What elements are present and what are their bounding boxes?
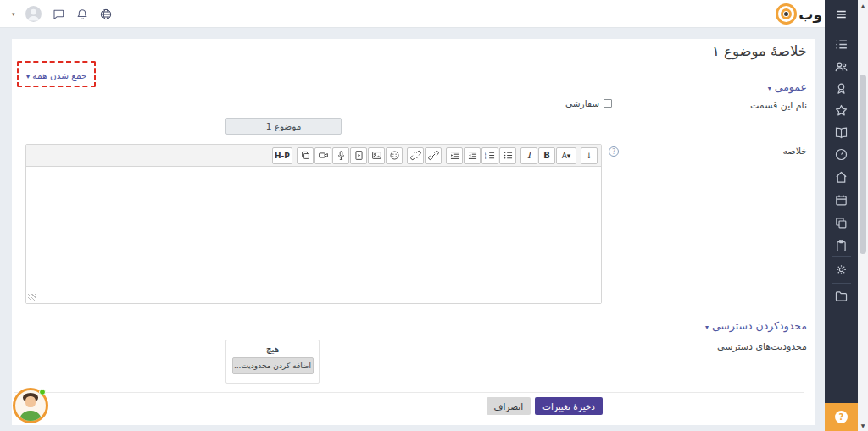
logo-text: وب xyxy=(798,6,822,23)
section-name-label: نام این قسمت xyxy=(750,100,807,111)
caret-down-icon: ▾ xyxy=(768,85,771,92)
online-status-dot xyxy=(39,389,46,395)
user-avatar[interactable] xyxy=(25,6,42,22)
unordered-list-button[interactable] xyxy=(499,147,516,164)
bold-button[interactable]: B xyxy=(538,147,555,164)
list-icon[interactable] xyxy=(834,37,849,52)
cancel-button[interactable]: انصراف xyxy=(487,397,531,415)
files-icon[interactable] xyxy=(834,216,849,230)
clipboard-icon[interactable] xyxy=(834,239,849,253)
italic-button[interactable]: I xyxy=(520,147,537,164)
insert-image-button[interactable] xyxy=(368,147,385,164)
moodle-edit-section-page: ▾ وب xyxy=(0,0,868,431)
avatar-body xyxy=(19,411,42,421)
edit-form-card: خلاصهٔ موضوع ۱ جمع شدن همه ▾ عمومی ▾ نام… xyxy=(12,39,815,425)
unlink-button[interactable] xyxy=(407,147,424,164)
summary-editor: ↓ ▾A B I 123 xyxy=(25,144,602,304)
person-icon xyxy=(25,6,42,22)
participants-icon[interactable] xyxy=(834,59,849,74)
link-button[interactable] xyxy=(425,147,442,164)
custom-name-checkbox-row: سفارشی xyxy=(565,98,612,108)
avatar-face xyxy=(25,396,36,407)
section-general-header[interactable]: عمومی ▾ xyxy=(768,80,807,93)
editor-resize-handle[interactable] xyxy=(28,294,36,301)
star-icon[interactable] xyxy=(834,103,849,118)
sidebar-divider xyxy=(832,256,851,257)
insert-media-button[interactable] xyxy=(350,147,367,164)
scroll-up-icon[interactable]: ▲ xyxy=(858,3,868,8)
editor-text-area[interactable] xyxy=(26,167,601,303)
add-restriction-button[interactable]: اضافه کردن محدودیت... xyxy=(232,357,314,374)
page-scrollbar[interactable]: ▲ ▼ xyxy=(858,0,868,431)
user-menu-caret-icon[interactable]: ▾ xyxy=(12,11,15,18)
font-color-button[interactable]: ▾A xyxy=(556,147,576,164)
indent-button[interactable] xyxy=(446,147,463,164)
calendar-icon[interactable] xyxy=(834,193,849,207)
custom-name-checkbox[interactable] xyxy=(604,99,612,108)
dashboard-icon[interactable] xyxy=(834,147,849,162)
form-actions: ذخیرهٔ تغییرات انصراف xyxy=(225,397,603,415)
ordered-list-button[interactable]: 123 xyxy=(481,147,498,164)
right-dock-sidebar: ? xyxy=(825,0,858,431)
custom-name-checkbox-label: سفارشی xyxy=(565,98,599,108)
collapse-all-link[interactable]: جمع شدن همه ▾ xyxy=(26,70,86,80)
help-icon[interactable]: ? xyxy=(609,146,619,157)
folder-icon[interactable] xyxy=(834,289,849,303)
record-audio-button[interactable] xyxy=(332,147,349,164)
help-footer-button[interactable]: ? xyxy=(825,403,858,431)
sidebar-divider xyxy=(832,283,851,284)
toolbar-toggle-button[interactable]: ↓ xyxy=(581,147,598,164)
badge-icon[interactable] xyxy=(834,81,849,96)
manage-files-button[interactable] xyxy=(297,147,314,164)
summary-label: خلاصه xyxy=(782,146,807,157)
emoji-button[interactable] xyxy=(386,147,403,164)
restrictions-none-value: هیچ xyxy=(226,344,319,354)
settings-gear-icon[interactable] xyxy=(834,262,849,277)
scroll-down-icon[interactable]: ▼ xyxy=(858,423,868,428)
notifications-bell-icon[interactable] xyxy=(75,8,89,21)
save-changes-button[interactable]: ذخیرهٔ تغییرات xyxy=(535,397,603,415)
home-icon[interactable] xyxy=(834,170,849,185)
top-navbar: ▾ وب xyxy=(0,0,825,28)
scrollbar-thumb[interactable] xyxy=(860,75,866,254)
messages-icon[interactable] xyxy=(52,8,65,21)
annotation-highlight: جمع شدن همه ▾ xyxy=(17,61,96,87)
record-video-button[interactable] xyxy=(314,147,331,164)
page-title: خلاصهٔ موضوع ۱ xyxy=(712,43,807,59)
form-divider xyxy=(14,392,804,393)
section-restrict-access-header[interactable]: محدودکردن دسترسی ▾ xyxy=(705,319,807,332)
section-name-input xyxy=(225,118,342,135)
svg-text:3: 3 xyxy=(485,156,487,160)
menu-icon[interactable] xyxy=(834,8,849,19)
caret-down-icon: ▾ xyxy=(26,73,30,80)
html-button[interactable]: H-P xyxy=(272,147,292,164)
editor-toolbar: ↓ ▾A B I 123 xyxy=(26,145,601,167)
globe-language-icon[interactable] xyxy=(99,8,113,21)
site-logo[interactable]: وب xyxy=(776,3,820,25)
book-icon[interactable] xyxy=(834,125,849,140)
logo-spiral-icon xyxy=(776,3,797,25)
restrictions-box: هیچ اضافه کردن محدودیت... xyxy=(225,340,320,384)
outdent-button[interactable] xyxy=(464,147,481,164)
access-restrictions-label: محدودیت‌های دسترسی xyxy=(717,341,807,352)
caret-down-icon: ▾ xyxy=(705,323,709,331)
question-icon: ? xyxy=(835,411,848,423)
sidebar-divider xyxy=(832,141,851,141)
